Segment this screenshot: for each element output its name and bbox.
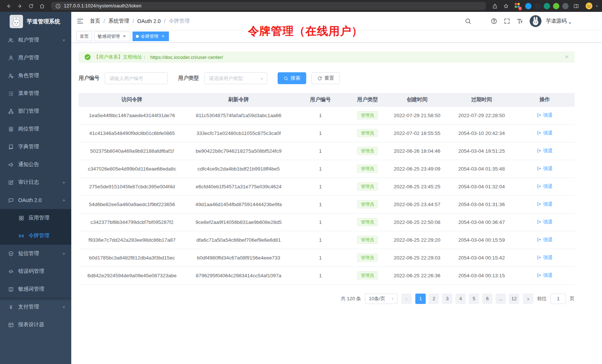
close-icon[interactable]: ×	[565, 53, 569, 61]
close-icon[interactable]: ×	[160, 34, 166, 39]
tab-item[interactable]: 首页	[76, 32, 92, 41]
force-logout-link[interactable]: 强退	[537, 201, 553, 208]
page-button[interactable]: 4	[455, 294, 466, 304]
fontsize-icon[interactable]	[517, 18, 523, 24]
sidebar-item[interactable]: 字典管理	[0, 138, 71, 156]
force-logout-link[interactable]: 强退	[537, 236, 553, 243]
extension-icon[interactable]	[562, 3, 569, 9]
force-logout-link[interactable]: 强退	[537, 165, 553, 172]
doc-alert: 【用户体系】文档地址： https://doc.iocoder.cn/user-…	[79, 52, 575, 63]
forward-icon[interactable]	[15, 1, 24, 10]
next-page-button[interactable]: ›	[523, 294, 533, 304]
share-icon[interactable]	[490, 1, 500, 10]
sidebar-item[interactable]: 支付管理∨	[0, 298, 71, 316]
reload-icon[interactable]	[26, 1, 36, 10]
tab-active[interactable]: 令牌管理×	[132, 32, 169, 41]
sidebar-item[interactable]: 角色管理	[0, 67, 71, 85]
created-time-cell: 2022-07-02 18:55:55	[386, 124, 448, 142]
logout-icon	[537, 166, 542, 171]
user-avatar[interactable]	[530, 15, 542, 27]
extension-icon[interactable]	[534, 3, 541, 9]
profile-caret-icon[interactable]: ▾	[596, 4, 598, 8]
question-icon[interactable]	[491, 18, 497, 24]
hamburger-icon[interactable]	[76, 17, 84, 25]
breadcrumb-item[interactable]: OAuth 2.0	[137, 18, 161, 24]
sidebar-item[interactable]: 审计日志∨	[0, 173, 71, 191]
force-logout-link[interactable]: 强退	[537, 183, 553, 190]
force-logout-link[interactable]: 强退	[537, 130, 553, 136]
reset-button-label: 重置	[324, 75, 334, 82]
expire-time-cell: 2054-03-04 19:51:25	[448, 142, 515, 160]
sidebar-item[interactable]: 岗位管理	[0, 120, 71, 138]
goto-page-input[interactable]	[550, 294, 566, 304]
force-logout-link[interactable]: 强退	[537, 219, 553, 225]
sidebar-item[interactable]: 菜单管理	[0, 85, 71, 102]
logout-icon	[537, 273, 542, 278]
extension-grid-icon[interactable]: 0	[513, 1, 522, 10]
browser-profile-avatar[interactable]	[585, 2, 593, 10]
sidebar-item[interactable]: 敏感词管理	[0, 280, 71, 298]
tab-item[interactable]: 敏感词管理×	[94, 32, 130, 41]
extension-icon[interactable]	[544, 3, 550, 9]
sidebar-item[interactable]: 短信管理∨	[0, 245, 71, 262]
table-row: b0d1785bc3a8482f812db4a3f3bd15ecb0df4980…	[79, 249, 575, 267]
page-button[interactable]: 6	[482, 294, 493, 304]
close-icon[interactable]: ×	[122, 34, 127, 39]
table-row: f9336e7c7dd242a283ee98dc86b17a87dfa6c71a…	[79, 231, 575, 249]
sidebar-item[interactable]: 用户管理	[0, 49, 71, 67]
page-size-select[interactable]: 10条/页 ∨	[365, 294, 397, 304]
caret-down-icon[interactable]: ▾	[569, 21, 571, 27]
force-logout-link[interactable]: 强退	[537, 272, 553, 279]
back-icon[interactable]	[4, 1, 13, 10]
username[interactable]: 芋道源码	[546, 18, 566, 24]
bookmark-star-icon[interactable]	[501, 1, 511, 10]
sidebar-item[interactable]: 报表设计器	[0, 316, 71, 334]
more-pages-button[interactable]: ...	[495, 294, 506, 304]
page-button[interactable]: 5	[469, 294, 479, 304]
breadcrumb-item[interactable]: 系统管理	[108, 18, 129, 24]
user-id-cell: 1	[292, 142, 349, 160]
page-button[interactable]: 3	[442, 294, 452, 304]
home-icon[interactable]	[37, 1, 47, 10]
app-logo[interactable]: 芋道管理系统	[0, 12, 71, 31]
sidebar-item[interactable]: OAuth 2.0∧	[0, 191, 71, 209]
sidebar-item[interactable]: 令牌管理	[0, 227, 71, 245]
split-view-icon[interactable]	[572, 1, 581, 10]
signal-icon	[19, 233, 24, 239]
prev-page-button[interactable]: ‹	[401, 294, 412, 304]
sidebar-item[interactable]: 部门管理	[0, 102, 71, 120]
user-type-tag: 管理员	[357, 271, 378, 279]
refresh-token-cell: be90422b8c7946218275a508bf524fc9	[185, 142, 292, 160]
page-button[interactable]: 1	[415, 294, 426, 304]
user-type-select[interactable]	[204, 72, 267, 84]
sidebar-item[interactable]: 应用管理	[0, 209, 71, 227]
sidebar-item-label: 应用管理	[29, 215, 65, 221]
sidebar-item-label: 通知公告	[18, 161, 65, 168]
reset-button[interactable]: 重置	[311, 72, 340, 84]
site-info-icon[interactable]	[55, 1, 61, 10]
search-button[interactable]: 搜索	[278, 72, 306, 84]
search-icon[interactable]	[465, 18, 471, 24]
sidebar-item[interactable]: 租户管理∨	[0, 31, 71, 49]
page-button[interactable]: 2	[429, 294, 439, 304]
extension-icon[interactable]	[553, 3, 559, 9]
code-icon	[8, 269, 14, 274]
extension-icon[interactable]	[525, 3, 531, 9]
page-content: 【用户体系】文档地址： https://doc.iocoder.cn/user-…	[71, 43, 602, 364]
force-logout-link[interactable]: 强退	[537, 148, 553, 154]
force-logout-link[interactable]: 强退	[537, 254, 553, 261]
sidebar-item[interactable]: 通知公告	[0, 156, 71, 173]
column-header: 创建时间	[386, 93, 448, 106]
logout-icon	[537, 237, 542, 242]
filter-bar: 用户编号 用户类型 ∨ 搜索 重置	[79, 72, 575, 84]
user-id-input[interactable]	[105, 72, 168, 84]
fullscreen-icon[interactable]	[504, 18, 510, 24]
breadcrumb-item[interactable]: 首页	[90, 18, 100, 24]
url-bar[interactable]: 127.0.0.1:1024/system/oauth2/token	[51, 2, 486, 10]
table-row: c347026e805e4d99b0d116eae66eda8ccdfc4ce9…	[79, 160, 575, 178]
github-icon[interactable]	[478, 18, 484, 24]
alert-link[interactable]: https://doc.iocoder.cn/user-center/	[150, 54, 223, 60]
force-logout-link[interactable]: 强退	[537, 112, 553, 119]
page-button[interactable]: 12	[509, 294, 519, 304]
sidebar-item[interactable]: 错误码管理	[0, 262, 71, 280]
